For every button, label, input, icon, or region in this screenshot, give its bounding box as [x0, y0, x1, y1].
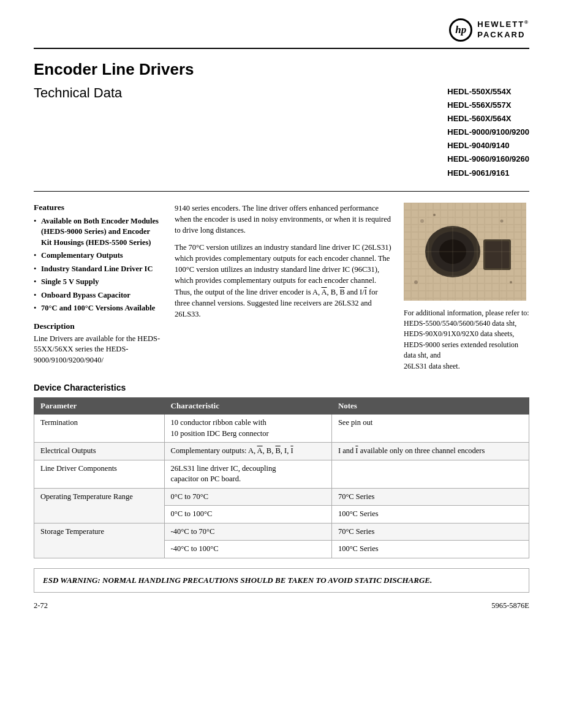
table-cell-notes [331, 460, 529, 488]
svg-point-8 [420, 219, 424, 223]
hp-logo-text: HEWLETT® PACKARD [477, 20, 529, 40]
doc-number: 5965-5876E [491, 601, 529, 610]
table-cell-char: -40°C to 70°C [164, 523, 331, 541]
feature-item-2: Complementary Outputs [34, 250, 162, 261]
model-numbers: HEDL-550X/554X HEDL-556X/557X HEDL-560X/… [447, 85, 529, 180]
feature-item-3: Industry Standard Line Driver IC [34, 264, 162, 275]
table-cell-char: 0°C to 70°C [164, 488, 331, 506]
features-list: Available on Both Encoder Modules (HEDS-… [34, 216, 162, 314]
product-image [404, 203, 526, 301]
left-column: Features Available on Both Encoder Modul… [34, 203, 162, 372]
table-cell-param: Operating Temperature Range [34, 488, 165, 523]
section-rule [34, 191, 529, 192]
feature-item-5: Onboard Bypass Capacitor [34, 290, 162, 301]
table-cell-notes: 70°C Series [331, 523, 529, 541]
table-cell-notes: See pin out [331, 415, 529, 443]
feature-item-4: Single 5 V Supply [34, 277, 162, 288]
table-cell-param: Termination [34, 415, 165, 443]
device-char-title: Device Characteristics [34, 383, 529, 392]
esd-warning-text: ESD WARNING: NORMAL HANDLING PRECAUTIONS… [43, 575, 520, 586]
product-image-svg [404, 203, 526, 301]
description-title: Description [34, 321, 162, 331]
tech-data-label: Technical Data [34, 85, 122, 101]
center-para-1: 9140 series encoders. The line driver of… [175, 203, 391, 236]
model-3: HEDL-560X/564X [447, 112, 529, 126]
char-table: Parameter Characteristic Notes Terminati… [34, 397, 529, 558]
center-para-2: The 70°C version utilizes an industry st… [175, 242, 391, 320]
footer: 2-72 5965-5876E [34, 601, 529, 610]
table-cell-char: -40°C to 100°C [164, 541, 331, 558]
hp-logo-circle: hp [449, 18, 472, 42]
col-header-param: Parameter [34, 398, 165, 415]
table-row: Line Driver Components 26LS31 line drive… [34, 460, 529, 488]
page-title: Encoder Line Drivers [34, 60, 529, 79]
table-cell-notes: 100°C Series [331, 506, 529, 523]
page-number: 2-72 [34, 601, 48, 610]
svg-point-11 [510, 281, 512, 283]
feature-item-1: Available on Both Encoder Modules (HEDS-… [34, 216, 162, 249]
table-row: Termination 10 conductor ribbon cable wi… [34, 415, 529, 443]
col-header-char: Characteristic [164, 398, 331, 415]
table-row: Operating Temperature Range 0°C to 70°C … [34, 488, 529, 506]
table-header-row: Parameter Characteristic Notes [34, 398, 529, 415]
table-cell-char: Complementary outputs: A, A, B, B, I, I [164, 443, 331, 460]
model-4: HEDL-9000/9100/9200 [447, 126, 529, 139]
col-header-notes: Notes [331, 398, 529, 415]
table-cell-char: 0°C to 100°C [164, 506, 331, 523]
table-cell-notes: 100°C Series [331, 541, 529, 558]
description-text: Line Drivers are available for the HEDS-… [34, 334, 162, 366]
svg-rect-7 [485, 241, 509, 268]
center-column: 9140 series encoders. The line driver of… [175, 203, 391, 372]
table-cell-char: 26LS31 line driver IC, decouplingcapacit… [164, 460, 331, 488]
table-cell-param: Line Driver Components [34, 460, 165, 488]
svg-point-12 [414, 280, 418, 284]
table-cell-char: 10 conductor ribbon cable with10 positio… [164, 415, 331, 443]
model-2: HEDL-556X/557X [447, 99, 529, 112]
table-cell-notes: I and I available only on three channel … [331, 443, 529, 460]
model-7: HEDL-9061/9161 [447, 167, 529, 180]
right-info: For additional information, please refer… [404, 308, 529, 372]
hp-logo: hp HEWLETT® PACKARD [449, 18, 529, 42]
feature-item-6: 70°C and 100°C Versions Available [34, 303, 162, 314]
table-row: Electrical Outputs Complementary outputs… [34, 443, 529, 460]
svg-point-9 [433, 214, 436, 216]
table-row: Storage Temperature -40°C to 70°C 70°C S… [34, 523, 529, 541]
model-6: HEDL-9060/9160/9260 [447, 152, 529, 166]
table-cell-param: Storage Temperature [34, 523, 165, 558]
table-cell-param: Electrical Outputs [34, 443, 165, 460]
table-cell-notes: 70°C Series [331, 488, 529, 506]
model-1: HEDL-550X/554X [447, 85, 529, 99]
right-column: For additional information, please refer… [404, 203, 529, 372]
tech-data-section: Technical Data HEDL-550X/554X HEDL-556X/… [34, 85, 529, 180]
header: hp HEWLETT® PACKARD [34, 18, 529, 42]
esd-warning-box: ESD WARNING: NORMAL HANDLING PRECAUTIONS… [34, 568, 529, 593]
model-5: HEDL-9040/9140 [447, 139, 529, 152]
header-rule [34, 48, 529, 49]
main-content: Features Available on Both Encoder Modul… [34, 203, 529, 372]
features-title: Features [34, 203, 162, 212]
